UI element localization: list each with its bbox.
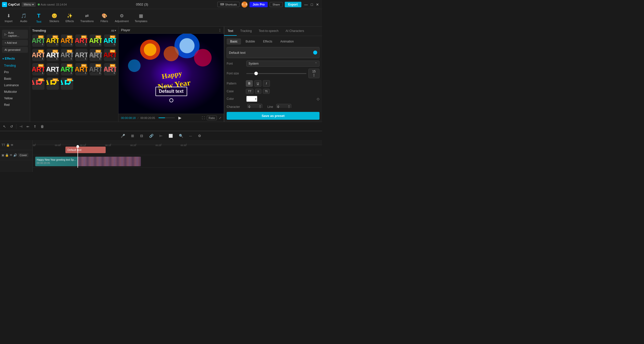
eye-icon[interactable]: 👁 bbox=[11, 143, 14, 147]
tool-stickers[interactable]: 😊 Stickers bbox=[46, 12, 62, 24]
tool-filters[interactable]: 🎨 Filters bbox=[97, 12, 112, 24]
style-tab-basic[interactable]: Basic bbox=[227, 38, 241, 45]
tool-adjustment[interactable]: ⚙ Adjustment bbox=[112, 12, 132, 24]
maximize-button[interactable]: □ bbox=[310, 3, 314, 7]
effect-card-20[interactable]: ART Pro bbox=[47, 77, 59, 90]
effect-card-18[interactable]: ART Pro ⬇ bbox=[104, 63, 116, 75]
tab-text-to-speech[interactable]: Text-to-speech bbox=[255, 27, 282, 36]
mic-button[interactable]: 🎤 bbox=[120, 134, 126, 138]
tab-tracking[interactable]: Tracking bbox=[237, 27, 255, 36]
font-size-slider[interactable] bbox=[246, 73, 306, 74]
tool-text[interactable]: T Text bbox=[31, 12, 46, 24]
link2-button[interactable]: ⊟ bbox=[139, 134, 144, 138]
effect-card-15[interactable]: ART Pro ⬇ bbox=[61, 63, 73, 75]
sidebar-item-basic[interactable]: Basic bbox=[0, 75, 30, 82]
chain-button[interactable]: 🔗 bbox=[148, 134, 154, 138]
character-input[interactable]: 0 ▲ ▼ bbox=[247, 104, 262, 108]
expand-button[interactable]: ⤢ bbox=[219, 116, 221, 120]
cover-button[interactable]: Cover bbox=[18, 153, 28, 157]
style-tab-animation[interactable]: Animation bbox=[277, 38, 297, 45]
char-up-icon[interactable]: ▲ bbox=[259, 105, 261, 107]
split2-button[interactable]: ⊢ bbox=[158, 134, 164, 138]
color-swatch[interactable]: ▾ bbox=[246, 96, 257, 102]
font-size-input[interactable]: 15 ▲ ▼ bbox=[308, 69, 319, 78]
close-button[interactable]: ✕ bbox=[315, 3, 320, 7]
link1-button[interactable]: ⊞ bbox=[130, 134, 135, 138]
effect-card-10[interactable]: ART ⬇ bbox=[75, 49, 88, 61]
effect-card-14[interactable]: ART ⬇ bbox=[47, 63, 59, 75]
tool-transitions[interactable]: ⇌ Transitions bbox=[77, 12, 97, 24]
effect-card-4[interactable]: ART Pro ⬇ bbox=[75, 34, 88, 47]
text-input-box[interactable]: Default text bbox=[227, 47, 319, 58]
save-preset-button[interactable]: Save as preset bbox=[227, 112, 319, 120]
tool-audio[interactable]: 🎵 Audio bbox=[16, 12, 31, 24]
sidebar-item-trending[interactable]: Trending bbox=[0, 62, 30, 69]
effect-card-7[interactable]: ART Pro ⬇ bbox=[32, 49, 45, 61]
effect-card-1[interactable]: ART Pro ⬇ bbox=[32, 34, 45, 47]
tab-ai-characters[interactable]: AI Characters bbox=[282, 27, 307, 36]
video-lock-icon[interactable]: 🔒 bbox=[5, 153, 9, 157]
font-size-stepper[interactable]: ▲ ▼ bbox=[309, 73, 318, 77]
lock-icon[interactable]: 🔒 bbox=[6, 143, 10, 147]
style-tab-effects[interactable]: Effects bbox=[260, 38, 276, 45]
effects-header[interactable]: ▾ Effects bbox=[0, 55, 30, 62]
character-stepper[interactable]: ▲ ▼ bbox=[259, 105, 261, 108]
default-text-overlay[interactable]: Default text bbox=[155, 87, 187, 96]
caption-button[interactable]: ⬜ bbox=[168, 134, 174, 138]
font-size-down-icon[interactable]: ▼ bbox=[309, 75, 318, 77]
ratio-button[interactable]: Ratio bbox=[207, 116, 217, 120]
font-select[interactable]: System ⌃ bbox=[246, 61, 319, 67]
sidebar-item-multicolor[interactable]: Multicolor bbox=[0, 89, 30, 95]
case-titlecase-button[interactable]: Tt bbox=[263, 89, 270, 94]
effect-card-5[interactable]: ART Pro ⬇ bbox=[90, 34, 102, 47]
sidebar-item-yellow[interactable]: Yellow bbox=[0, 95, 30, 102]
split-button[interactable]: ⊣ bbox=[18, 124, 23, 128]
effect-card-19[interactable]: ART Pro bbox=[32, 77, 45, 90]
effect-card-16[interactable]: ART Pro ⬇ bbox=[75, 63, 88, 75]
shortcuts-button[interactable]: ⌨ Shortcuts bbox=[217, 2, 239, 7]
tool-templates[interactable]: ▦ Templates bbox=[132, 12, 150, 24]
effect-card-8[interactable]: ART Pro ⬇ bbox=[47, 49, 59, 61]
video-eye-icon[interactable]: 👁 bbox=[10, 153, 13, 157]
minimize-button[interactable]: — bbox=[303, 3, 309, 7]
line-stepper[interactable]: ▲ ▼ bbox=[288, 105, 290, 108]
line-input[interactable]: 0 ▲ ▼ bbox=[276, 104, 291, 108]
all-button[interactable]: All ▾ bbox=[111, 29, 116, 32]
player-more-icon[interactable]: ⋮ bbox=[218, 28, 221, 32]
underline-button[interactable]: U bbox=[254, 80, 261, 87]
effect-card-2[interactable]: ART Pro ⬇ bbox=[47, 34, 59, 47]
effect-card-12[interactable]: ART Pro ⬇ bbox=[104, 49, 116, 61]
zoom-out-button[interactable]: 🔍 bbox=[178, 134, 184, 138]
rotation-handle[interactable] bbox=[169, 98, 173, 102]
select-tool-button[interactable]: ↖ bbox=[2, 124, 7, 128]
tab-text[interactable]: Text bbox=[224, 27, 237, 36]
delete-button[interactable]: 🗑 bbox=[39, 124, 45, 128]
effect-card-6[interactable]: ART Pro ⬇ bbox=[104, 34, 116, 47]
auto-caption-button[interactable]: ▷ Auto caption... bbox=[2, 30, 28, 39]
effect-card-13[interactable]: ART Pro ⬇ bbox=[32, 63, 45, 75]
tool-import[interactable]: ⬇ Import bbox=[1, 12, 16, 24]
case-uppercase-button[interactable]: TT bbox=[246, 89, 254, 94]
line-up-icon[interactable]: ▲ bbox=[288, 105, 290, 107]
ai-generated-button[interactable]: AI generated bbox=[2, 47, 28, 53]
effect-card-3[interactable]: ART Pro ⬇ bbox=[61, 34, 73, 47]
case-lowercase-button[interactable]: tt bbox=[255, 89, 261, 94]
mirror-h-button[interactable]: ⇐ bbox=[25, 124, 30, 128]
menu-button[interactable]: Menu ▾ bbox=[22, 2, 35, 7]
effect-card-21[interactable]: ART Pro bbox=[61, 77, 73, 90]
add-text-button[interactable]: + Add text bbox=[2, 40, 28, 46]
share-button[interactable]: Share bbox=[270, 2, 283, 7]
keyframe-button[interactable]: ◇ bbox=[317, 97, 319, 101]
export-button[interactable]: Export bbox=[285, 2, 301, 7]
progress-bar[interactable] bbox=[158, 117, 175, 118]
play-button[interactable]: ▶ bbox=[178, 115, 181, 120]
sidebar-item-luminance[interactable]: Luminance bbox=[0, 82, 30, 89]
sidebar-item-red[interactable]: Red bbox=[0, 102, 30, 108]
settings-button[interactable]: ⚙ bbox=[197, 134, 202, 138]
effect-card-17[interactable]: ART Pro ⬇ bbox=[90, 63, 102, 75]
sidebar-item-pro[interactable]: Pro bbox=[0, 69, 30, 75]
bold-button[interactable]: B bbox=[246, 80, 253, 87]
effect-card-11[interactable]: ART Pro ⬇ bbox=[90, 49, 102, 61]
audio-icon[interactable]: 🔊 bbox=[13, 153, 17, 157]
mirror-v-button[interactable]: ⇑ bbox=[32, 124, 37, 128]
